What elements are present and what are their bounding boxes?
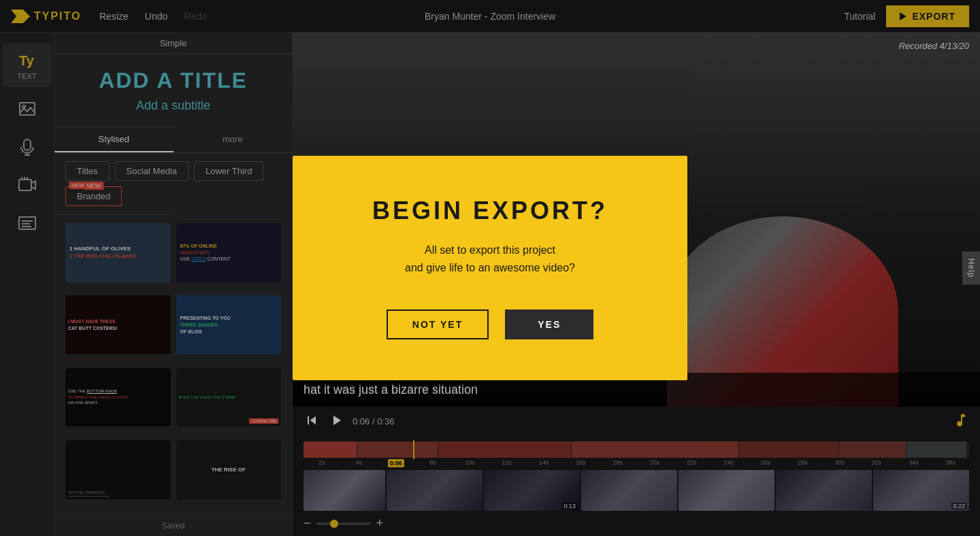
- export-modal: BEGIN EXPORT? All set to export this pro…: [293, 156, 687, 380]
- modal-text: All set to export this project and give …: [347, 241, 633, 276]
- yes-button[interactable]: YES: [505, 309, 593, 339]
- modal-buttons: NOT YET YES: [347, 309, 633, 339]
- modal-overlay: BEGIN EXPORT? All set to export this pro…: [0, 0, 980, 536]
- modal-line2: and give life to an awesome video?: [347, 259, 633, 277]
- modal-title: BEGIN EXPORT?: [347, 197, 633, 225]
- not-yet-button[interactable]: NOT YET: [387, 309, 489, 339]
- modal-line1: All set to export this project: [347, 241, 633, 259]
